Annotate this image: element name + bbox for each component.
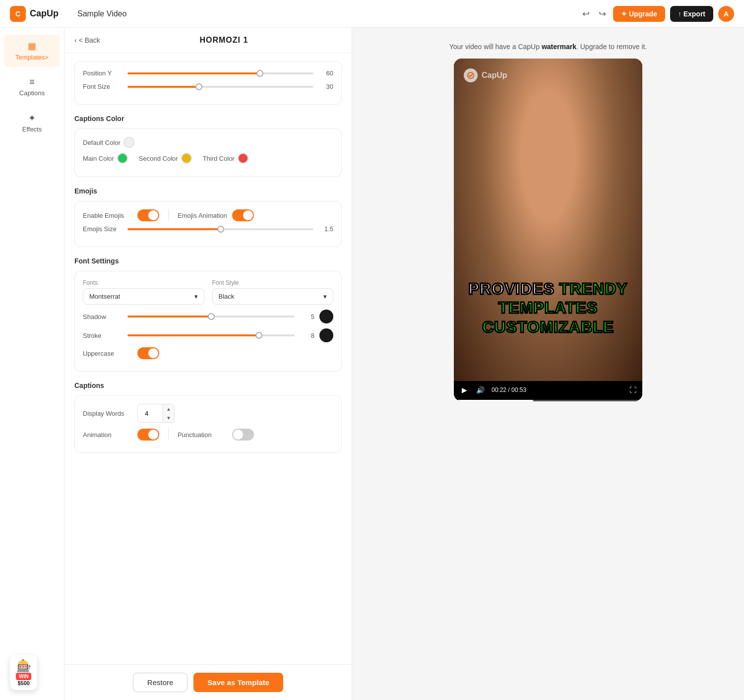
play-button[interactable]: ▶: [460, 385, 469, 395]
emojis-size-slider[interactable]: [127, 228, 313, 230]
uppercase-label: Uppercase: [83, 350, 132, 357]
animation-punctuation-row: Animation Punctuation: [83, 429, 333, 441]
font-select-row: Fonts Montserrat ▾ Font Style Black ▾: [83, 279, 333, 305]
progress-bar[interactable]: [454, 400, 642, 401]
sidebar-item-label-captions: Captions: [19, 89, 45, 97]
sidebar: ▦ Templates> ≡ Captions ✦ Effects: [0, 28, 64, 700]
toggle-divider: [168, 209, 169, 221]
caption-provides: PROVIDES: [469, 280, 559, 298]
caption-customizable: CUSTOMIZABLE: [482, 318, 614, 336]
display-words-row: Display Words ▲ ▼: [83, 404, 333, 423]
settings-panel: ‹ < Back HORMOZI 1 Position Y 60 Font Si…: [64, 28, 352, 700]
second-color-label: Second Color: [139, 155, 178, 162]
restore-button[interactable]: Restore: [133, 673, 188, 692]
main-color-label: Main Color: [83, 155, 114, 162]
shadow-label: Shadow: [83, 313, 123, 320]
avatar[interactable]: A: [718, 6, 734, 22]
captions-color-box: Default Color Main Color Second Color: [74, 128, 342, 177]
upgrade-button[interactable]: ✦ Upgrade: [613, 6, 665, 22]
main-color-swatch[interactable]: [117, 153, 128, 164]
emojis-animation-toggle[interactable]: [232, 209, 254, 221]
back-button[interactable]: ‹ < Back: [74, 36, 100, 44]
time-current: 00:22: [492, 386, 506, 393]
default-color-row: Default Color: [83, 137, 333, 148]
display-words-stepper: ▲ ▼: [163, 404, 174, 422]
shadow-slider[interactable]: [127, 316, 295, 318]
shadow-value: 5: [300, 313, 314, 320]
third-color-item: Third Color: [203, 153, 248, 164]
promo-badge: 🎰 WIN $500: [10, 655, 37, 690]
position-y-value: 60: [318, 69, 333, 77]
fonts-label: Fonts: [83, 279, 204, 286]
shadow-color-swatch[interactable]: [319, 310, 333, 323]
time-total: 00:53: [511, 386, 526, 393]
stroke-color-swatch[interactable]: [319, 328, 333, 342]
display-words-field[interactable]: [138, 407, 163, 420]
captions-section: Captions Display Words ▲ ▼ Ani: [74, 382, 342, 453]
main-colors-row: Main Color Second Color Third Color: [83, 153, 333, 164]
font-style-value: Black: [219, 293, 235, 300]
video-container: CapUp PROVIDES TRENDY TEMPLATES CUSTOMIZ…: [454, 59, 642, 401]
fonts-chevron-icon: ▾: [194, 293, 198, 300]
captions-color-section: Captions Color Default Color Main Color …: [74, 115, 342, 177]
watermark-notice: Your video will have a CapUp watermark. …: [449, 43, 647, 51]
stroke-slider[interactable]: [127, 334, 295, 336]
enable-emojis-knob: [148, 210, 158, 220]
fonts-dropdown[interactable]: Montserrat ▾: [83, 288, 204, 305]
enable-emojis-toggle[interactable]: [137, 209, 159, 221]
stepper-down-button[interactable]: ▼: [163, 413, 174, 422]
emojis-label: Emojis: [74, 187, 342, 195]
animation-toggle[interactable]: [137, 429, 159, 441]
font-size-value: 30: [318, 83, 333, 90]
position-y-label: Position Y: [83, 69, 123, 77]
header-actions: ↩ ↪ ✦ Upgrade ↑ Export A: [580, 6, 734, 22]
video-thumbnail: CapUp PROVIDES TRENDY TEMPLATES CUSTOMIZ…: [454, 59, 642, 381]
stepper-up-button[interactable]: ▲: [163, 404, 174, 413]
emojis-animation-label: Emojis Animation: [178, 212, 227, 219]
animation-divider: [168, 429, 169, 441]
display-words-input[interactable]: ▲ ▼: [137, 404, 175, 423]
font-size-slider[interactable]: [127, 86, 313, 88]
punctuation-knob: [233, 430, 243, 440]
emojis-size-label: Emojis Size: [83, 225, 123, 233]
caption-block: PROVIDES TRENDY TEMPLATES CUSTOMIZABLE: [464, 279, 632, 336]
fullscreen-button[interactable]: ⛶: [629, 386, 636, 394]
font-style-dropdown[interactable]: Black ▾: [212, 288, 334, 305]
video-area: Your video will have a CapUp watermark. …: [352, 28, 744, 700]
sidebar-item-templates[interactable]: ▦ Templates>: [4, 35, 60, 67]
third-color-swatch[interactable]: [238, 153, 248, 164]
second-color-swatch[interactable]: [181, 153, 192, 164]
stroke-label: Stroke: [83, 332, 123, 339]
emojis-section: Emojis Enable Emojis Emojis Animation: [74, 187, 342, 247]
redo-button[interactable]: ↪: [597, 6, 608, 21]
fonts-value: Montserrat: [89, 293, 120, 300]
sidebar-item-captions[interactable]: ≡ Captions: [4, 71, 60, 103]
undo-button[interactable]: ↩: [580, 6, 592, 21]
third-color-label: Third Color: [203, 155, 235, 162]
progress-fill: [454, 400, 533, 401]
volume-button[interactable]: 🔊: [474, 385, 487, 395]
uppercase-toggle[interactable]: [137, 347, 159, 359]
template-name: HORMOZI 1: [106, 36, 342, 45]
main-layout: ▦ Templates> ≡ Captions ✦ Effects ‹ < Ba…: [0, 28, 744, 700]
display-words-label: Display Words: [83, 410, 132, 417]
default-color-swatch[interactable]: [124, 137, 134, 148]
caption-line-3: CUSTOMIZABLE: [464, 318, 632, 336]
sidebar-item-effects[interactable]: ✦ Effects: [4, 107, 60, 139]
caption-line-2: TEMPLATES: [464, 298, 632, 317]
sidebar-item-label-templates: Templates>: [15, 54, 49, 61]
font-settings-label: Font Settings: [74, 257, 342, 265]
uppercase-knob: [148, 348, 158, 358]
animation-label: Animation: [83, 431, 132, 439]
win-label: WIN: [16, 673, 31, 680]
stroke-row: Stroke 8: [83, 328, 333, 342]
font-settings-box: Fonts Montserrat ▾ Font Style Black ▾: [74, 271, 342, 372]
caption-trendy: TRENDY: [559, 280, 628, 298]
emojis-animation-knob: [243, 210, 253, 220]
save-template-button[interactable]: Save as Template: [193, 673, 283, 692]
position-y-slider[interactable]: [127, 72, 313, 74]
font-style-group: Font Style Black ▾: [212, 279, 334, 305]
punctuation-toggle[interactable]: [232, 429, 254, 441]
export-button[interactable]: ↑ Export: [670, 6, 713, 22]
effects-icon: ✦: [28, 113, 36, 124]
